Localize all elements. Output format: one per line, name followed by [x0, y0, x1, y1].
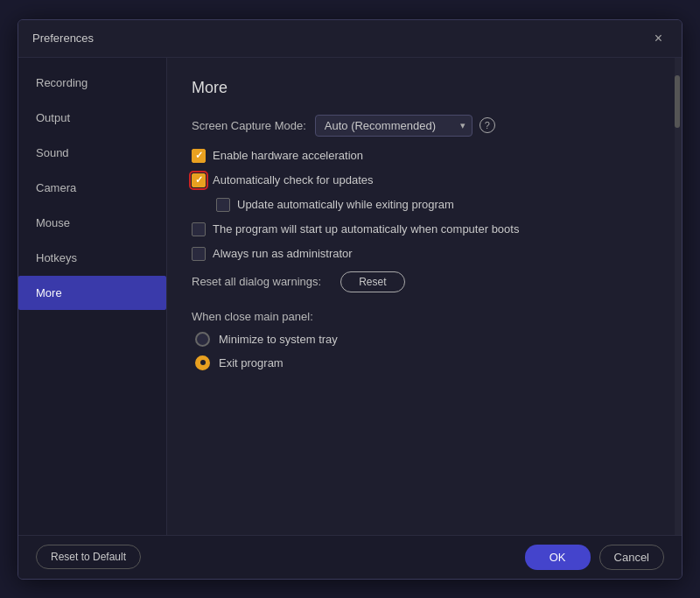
update-on-exit-label: Update automatically while exiting progr… — [237, 198, 454, 211]
sidebar-item-camera[interactable]: Camera — [18, 171, 166, 205]
sidebar: Recording Output Sound Camera Mouse Hotk… — [18, 58, 167, 535]
exit-radio-row: Exit program — [195, 355, 650, 370]
exit-radio[interactable] — [195, 355, 210, 370]
hardware-acceleration-label: Enable hardware acceleration — [213, 149, 363, 162]
sidebar-item-hotkeys[interactable]: Hotkeys — [18, 241, 166, 275]
footer: Reset to Default OK Cancel — [18, 535, 682, 579]
auto-start-checkbox[interactable] — [192, 222, 206, 236]
auto-start-label: The program will start up automatically … — [213, 222, 519, 236]
minimize-radio-row: Minimize to system tray — [195, 332, 650, 347]
screen-capture-row: Screen Capture Mode: Auto (Recommended) … — [192, 115, 650, 137]
when-close-label: When close main panel: — [192, 310, 650, 323]
reset-warnings-button[interactable]: Reset — [340, 271, 404, 292]
update-on-exit-row: Update automatically while exiting progr… — [216, 198, 650, 212]
screen-capture-label: Screen Capture Mode: — [192, 119, 306, 132]
sidebar-item-output[interactable]: Output — [18, 101, 166, 135]
dialog-body: Recording Output Sound Camera Mouse Hotk… — [18, 58, 682, 535]
sidebar-item-recording[interactable]: Recording — [18, 66, 166, 100]
run-as-admin-row: Always run as administrator — [192, 247, 650, 261]
footer-left: Reset to Default — [36, 545, 141, 569]
title-bar: Preferences × — [18, 20, 682, 58]
auto-check-updates-row: Automatically check for updates — [192, 173, 650, 187]
dropdown-wrapper: Auto (Recommended) GDI DXGI WGC ▾ ? — [315, 115, 495, 137]
scrollbar-thumb[interactable] — [675, 75, 680, 128]
ok-button[interactable]: OK — [525, 545, 591, 570]
sidebar-item-sound[interactable]: Sound — [18, 136, 166, 170]
hardware-acceleration-checkbox[interactable] — [192, 149, 206, 163]
content-scroll-wrap: More Screen Capture Mode: Auto (Recommen… — [167, 58, 682, 535]
auto-check-updates-checkbox[interactable] — [192, 173, 206, 187]
preferences-dialog: Preferences × Recording Output Sound Cam… — [18, 19, 682, 580]
auto-start-row: The program will start up automatically … — [192, 222, 650, 236]
close-button[interactable]: × — [649, 29, 668, 48]
minimize-radio[interactable] — [195, 332, 210, 347]
run-as-admin-label: Always run as administrator — [213, 247, 353, 260]
content-area: More Screen Capture Mode: Auto (Recommen… — [167, 58, 675, 535]
reset-warnings-label: Reset all dialog warnings: — [192, 275, 321, 288]
screen-capture-dropdown[interactable]: Auto (Recommended) GDI DXGI WGC — [315, 115, 472, 137]
content-title: More — [192, 79, 650, 97]
sidebar-item-more[interactable]: More — [18, 276, 166, 310]
exit-label: Exit program — [219, 356, 284, 369]
reset-to-default-button[interactable]: Reset to Default — [36, 545, 141, 569]
reset-warnings-row: Reset all dialog warnings: Reset — [192, 271, 650, 292]
auto-check-updates-label: Automatically check for updates — [213, 173, 374, 186]
when-close-section: When close main panel: Minimize to syste… — [192, 310, 650, 370]
dropdown-container: Auto (Recommended) GDI DXGI WGC ▾ — [315, 115, 472, 137]
sidebar-item-mouse[interactable]: Mouse — [18, 206, 166, 240]
help-icon[interactable]: ? — [480, 117, 495, 133]
scrollbar-track[interactable] — [675, 58, 682, 535]
minimize-label: Minimize to system tray — [219, 333, 338, 346]
update-on-exit-checkbox[interactable] — [216, 198, 230, 212]
dialog-title: Preferences — [32, 32, 94, 45]
footer-right: OK Cancel — [525, 545, 664, 570]
cancel-button[interactable]: Cancel — [599, 545, 664, 570]
hardware-acceleration-row: Enable hardware acceleration — [192, 149, 650, 163]
run-as-admin-checkbox[interactable] — [192, 247, 206, 261]
